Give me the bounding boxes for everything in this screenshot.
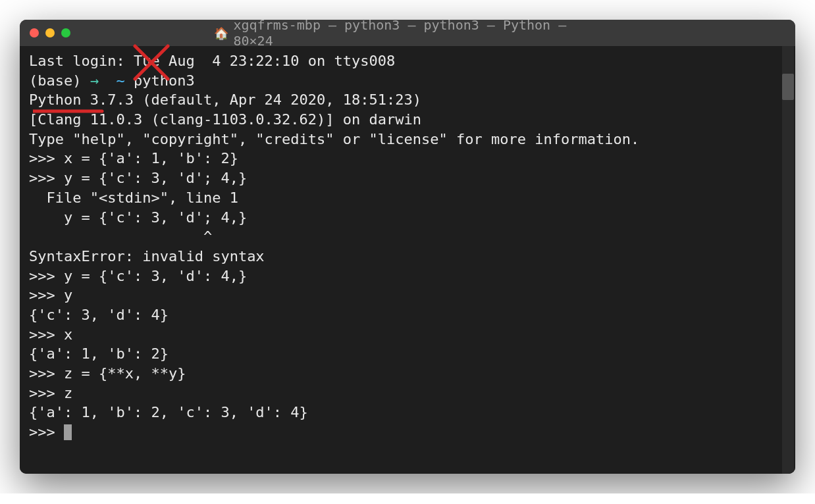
prompt-tilde: ~ bbox=[116, 72, 124, 89]
close-button[interactable] bbox=[30, 28, 39, 38]
terminal-line: ^ bbox=[29, 227, 786, 247]
terminal-line: >>> x bbox=[29, 325, 786, 345]
terminal-prompt-active: >>> bbox=[29, 422, 786, 442]
terminal-window: 🏠 xgqfrms-mbp — python3 — python3 — Pyth… bbox=[20, 20, 795, 474]
prompt-base: (base) bbox=[29, 72, 81, 89]
terminal-line: {'a': 1, 'b': 2} bbox=[29, 344, 786, 364]
terminal-line: {'c': 3, 'd': 4} bbox=[29, 305, 786, 325]
terminal-line: Type "help", "copyright", "credits" or "… bbox=[29, 130, 786, 149]
terminal-line: SyntaxError: invalid syntax bbox=[29, 247, 786, 266]
title-bar: 🏠 xgqfrms-mbp — python3 — python3 — Pyth… bbox=[20, 20, 795, 46]
terminal-line: Python 3.7.3 (default, Apr 24 2020, 18:5… bbox=[29, 90, 786, 110]
terminal-line: [Clang 11.0.3 (clang-1103.0.32.62)] on d… bbox=[29, 110, 786, 130]
terminal-prompt-line: (base) → ~ python3 bbox=[29, 71, 786, 91]
terminal-line: {'a': 1, 'b': 2, 'c': 3, 'd': 4} bbox=[29, 403, 786, 422]
terminal-line: >>> z = {**x, **y} bbox=[29, 364, 786, 384]
terminal-line: >>> y = {'c': 3, 'd': 4,} bbox=[29, 266, 786, 286]
prompt-command: python3 bbox=[134, 72, 195, 89]
repl-prompt: >>> bbox=[29, 424, 64, 440]
prompt-arrow-icon: → bbox=[90, 72, 99, 89]
scrollbar-thumb[interactable] bbox=[782, 74, 794, 100]
terminal-line: Last login: Tue Aug 4 23:22:10 on ttys00… bbox=[29, 51, 786, 71]
terminal-body[interactable]: Last login: Tue Aug 4 23:22:10 on ttys00… bbox=[20, 46, 795, 474]
terminal-line: >>> y = {'c': 3, 'd'; 4,} bbox=[29, 168, 786, 188]
terminal-line: >>> y bbox=[29, 286, 786, 305]
traffic-lights bbox=[30, 28, 70, 38]
minimize-button[interactable] bbox=[45, 28, 55, 38]
maximize-button[interactable] bbox=[61, 28, 70, 38]
cursor bbox=[64, 424, 72, 440]
terminal-line: File "<stdin>", line 1 bbox=[29, 188, 786, 208]
title-content: 🏠 xgqfrms-mbp — python3 — python3 — Pyth… bbox=[214, 20, 602, 49]
window-title: xgqfrms-mbp — python3 — python3 — Python… bbox=[234, 20, 602, 49]
scrollbar-track[interactable] bbox=[782, 46, 794, 474]
terminal-line: >>> z bbox=[29, 384, 786, 403]
terminal-line: >>> x = {'a': 1, 'b': 2} bbox=[29, 149, 786, 168]
terminal-line: y = {'c': 3, 'd'; 4,} bbox=[29, 208, 786, 228]
home-icon: 🏠 bbox=[214, 26, 228, 40]
